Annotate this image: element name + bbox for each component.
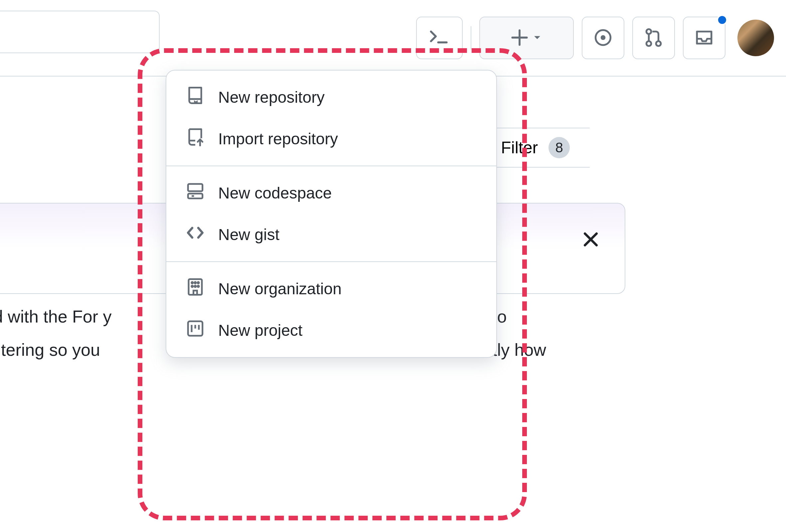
search-box[interactable] <box>0 10 160 53</box>
menu-item-new-gist[interactable]: New gist <box>166 214 496 256</box>
svg-point-20 <box>198 286 199 287</box>
menu-item-label: New organization <box>218 280 342 298</box>
git-pull-request-icon <box>644 28 663 48</box>
menu-item-label: New repository <box>218 88 325 106</box>
announcement-text-fragment: iltering so you <box>0 337 100 363</box>
notification-indicator <box>717 15 727 25</box>
announcement-text-fragment: tly how <box>492 337 546 363</box>
svg-rect-21 <box>193 291 197 295</box>
issue-opened-icon <box>594 28 613 48</box>
svg-point-7 <box>656 41 661 46</box>
organization-icon <box>186 277 205 300</box>
top-toolbar <box>0 0 786 76</box>
menu-item-label: New gist <box>218 225 279 244</box>
project-icon <box>186 319 205 342</box>
menu-item-import-repository[interactable]: Import repository <box>166 118 496 160</box>
inbox-button[interactable] <box>683 17 725 59</box>
menu-item-new-repository[interactable]: New repository <box>166 76 496 118</box>
svg-rect-12 <box>188 194 203 198</box>
svg-point-17 <box>198 282 199 283</box>
menu-item-new-codespace[interactable]: New codespace <box>166 172 496 214</box>
issues-button[interactable] <box>582 17 624 59</box>
close-icon <box>581 239 600 251</box>
svg-point-4 <box>601 35 606 40</box>
repo-icon <box>186 86 205 109</box>
dropdown-section: New repository Import repository <box>166 71 496 166</box>
svg-point-18 <box>191 286 193 287</box>
command-palette-button[interactable] <box>416 17 463 59</box>
svg-point-6 <box>646 41 651 46</box>
filter-count-badge: 8 <box>549 137 570 158</box>
menu-item-label: Import repository <box>218 130 338 148</box>
svg-point-16 <box>194 282 196 283</box>
filter-button[interactable]: Filter 8 <box>487 128 590 168</box>
close-announcement-button[interactable] <box>581 230 600 251</box>
terminal-icon <box>430 28 449 48</box>
svg-point-5 <box>646 29 651 34</box>
announcement-text-fragment: d with the For y <box>0 303 111 330</box>
user-avatar[interactable] <box>737 20 774 56</box>
toolbar-divider <box>471 26 471 50</box>
filter-label: Filter <box>501 138 538 157</box>
menu-item-label: New project <box>218 321 302 339</box>
create-new-dropdown: New repository Import repository <box>166 70 497 358</box>
svg-point-19 <box>194 286 196 287</box>
svg-rect-11 <box>188 184 203 191</box>
svg-point-15 <box>191 282 193 283</box>
inbox-icon <box>695 28 714 48</box>
create-new-button[interactable] <box>479 17 574 59</box>
caret-down-icon <box>531 31 543 45</box>
codespaces-icon <box>186 182 205 204</box>
dropdown-section: New codespace New gist <box>166 166 496 261</box>
menu-item-new-organization[interactable]: New organization <box>166 268 496 310</box>
repo-push-icon <box>186 127 205 150</box>
dropdown-section: New organization New project <box>166 261 496 357</box>
menu-item-new-project[interactable]: New project <box>166 310 496 351</box>
plus-icon <box>510 28 529 48</box>
pull-requests-button[interactable] <box>632 17 675 59</box>
menu-item-label: New codespace <box>218 184 332 202</box>
code-icon <box>186 223 205 246</box>
